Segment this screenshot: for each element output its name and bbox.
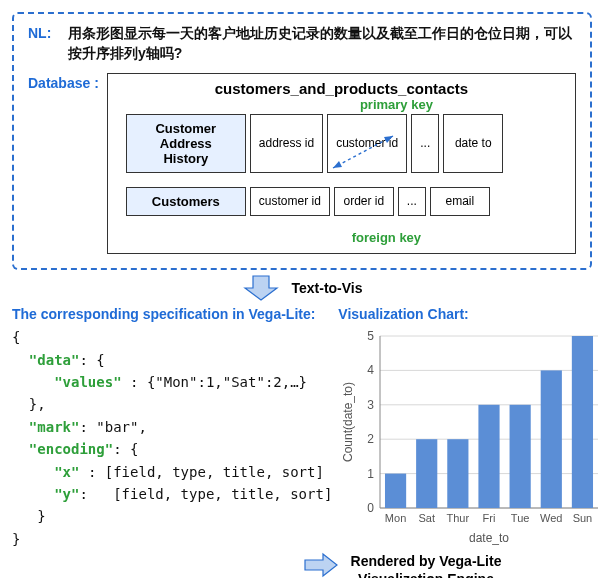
nl-row: NL: 用条形图显示每一天的客户地址历史记录的数量以及截至工作日的仓位日期，可以… bbox=[28, 24, 576, 63]
foreign-key-label: foreign key bbox=[216, 230, 557, 245]
svg-text:4: 4 bbox=[368, 364, 375, 378]
svg-text:1: 1 bbox=[368, 467, 375, 481]
input-panel: NL: 用条形图显示每一天的客户地址历史记录的数量以及截至工作日的仓位日期，可以… bbox=[12, 12, 592, 270]
code-key: "x" bbox=[54, 464, 79, 480]
svg-rect-16 bbox=[385, 474, 406, 508]
code-key: "data" bbox=[29, 352, 80, 368]
svg-text:Thur: Thur bbox=[447, 512, 470, 524]
database-label: Database : bbox=[28, 73, 99, 254]
code-brace: { bbox=[12, 329, 20, 345]
column-cell: address id bbox=[250, 114, 323, 173]
table-row: Customers customer id order id ... email bbox=[126, 187, 557, 216]
svg-text:Wed: Wed bbox=[540, 512, 562, 524]
svg-text:5: 5 bbox=[368, 329, 375, 343]
svg-text:Sat: Sat bbox=[419, 512, 436, 524]
table-name-cell: Customer Address History bbox=[126, 114, 246, 173]
svg-rect-20 bbox=[448, 439, 469, 508]
svg-text:Mon: Mon bbox=[385, 512, 406, 524]
svg-text:Count(date_to): Count(date_to) bbox=[341, 382, 355, 462]
render-label: Rendered by Vega-Lite Visualization Engi… bbox=[351, 552, 502, 578]
column-cell: order id bbox=[334, 187, 394, 216]
column-cell-ellipsis: ... bbox=[411, 114, 439, 173]
code-key: "encoding" bbox=[29, 441, 113, 457]
arrow-down-icon bbox=[241, 274, 281, 302]
render-label-line: Rendered by Vega-Lite bbox=[351, 552, 502, 570]
code-text: : [field, type, title, sort] bbox=[79, 486, 332, 502]
text-to-vis-label: Text-to-Vis bbox=[291, 280, 362, 296]
code-text: }, bbox=[12, 396, 46, 412]
svg-text:Fri: Fri bbox=[483, 512, 496, 524]
svg-text:Sun: Sun bbox=[573, 512, 593, 524]
arrow-right-icon bbox=[303, 552, 339, 578]
primary-key-label: primary key bbox=[236, 97, 557, 112]
svg-rect-22 bbox=[479, 405, 500, 508]
nl-text: 用条形图显示每一天的客户地址历史记录的数量以及截至工作日的仓位日期，可以按升序排… bbox=[68, 24, 576, 63]
code-key: "mark" bbox=[29, 419, 80, 435]
table-row: Customer Address History address id cust… bbox=[126, 114, 557, 173]
svg-text:3: 3 bbox=[368, 398, 375, 412]
chart-column: Visualization Chart: 012345MonSatThurFri… bbox=[338, 306, 604, 550]
column-cell: customer id bbox=[250, 187, 330, 216]
code-key: "values" bbox=[54, 374, 121, 390]
render-row: Rendered by Vega-Lite Visualization Engi… bbox=[212, 552, 592, 578]
column-cell: email bbox=[430, 187, 490, 216]
svg-rect-26 bbox=[541, 371, 562, 509]
chart-header: Visualization Chart: bbox=[338, 306, 604, 322]
text-to-vis-row: Text-to-Vis bbox=[12, 274, 592, 302]
code-brace: } bbox=[12, 531, 20, 547]
spec-header: The corresponding specification in Vega-… bbox=[12, 306, 332, 322]
code-text: : { bbox=[79, 352, 104, 368]
code-text: } bbox=[12, 508, 46, 524]
column-cell: date to bbox=[443, 114, 503, 173]
svg-rect-28 bbox=[572, 336, 593, 508]
svg-text:Tue: Tue bbox=[511, 512, 530, 524]
column-cell-ellipsis: ... bbox=[398, 187, 426, 216]
render-label-line: Visualization Engine bbox=[351, 570, 502, 578]
vega-lite-code: { "data": { "values" : {"Mon":1,"Sat":2,… bbox=[12, 326, 332, 550]
code-text: : { bbox=[113, 441, 138, 457]
table-name-cell: Customers bbox=[126, 187, 246, 216]
code-text: : [field, type, title, sort] bbox=[79, 464, 323, 480]
database-row: Database : customers_and_products_contac… bbox=[28, 73, 576, 254]
svg-text:2: 2 bbox=[368, 432, 375, 446]
svg-rect-18 bbox=[416, 439, 437, 508]
column-cell: customer id bbox=[327, 114, 407, 173]
bottom-section: The corresponding specification in Vega-… bbox=[12, 306, 592, 550]
code-key: "y" bbox=[54, 486, 79, 502]
svg-rect-24 bbox=[510, 405, 531, 508]
svg-text:date_to: date_to bbox=[469, 531, 509, 545]
nl-label: NL: bbox=[28, 24, 56, 63]
schema-box: customers_and_products_contacts primary … bbox=[107, 73, 576, 254]
svg-text:0: 0 bbox=[368, 501, 375, 515]
bar-chart: 012345MonSatThurFriTueWedSundate_toCount… bbox=[338, 326, 604, 546]
code-text: : {"Mon":1,"Sat":2,…} bbox=[122, 374, 307, 390]
spec-column: The corresponding specification in Vega-… bbox=[12, 306, 332, 550]
code-text: : "bar", bbox=[79, 419, 146, 435]
schema-title: customers_and_products_contacts bbox=[126, 80, 557, 97]
